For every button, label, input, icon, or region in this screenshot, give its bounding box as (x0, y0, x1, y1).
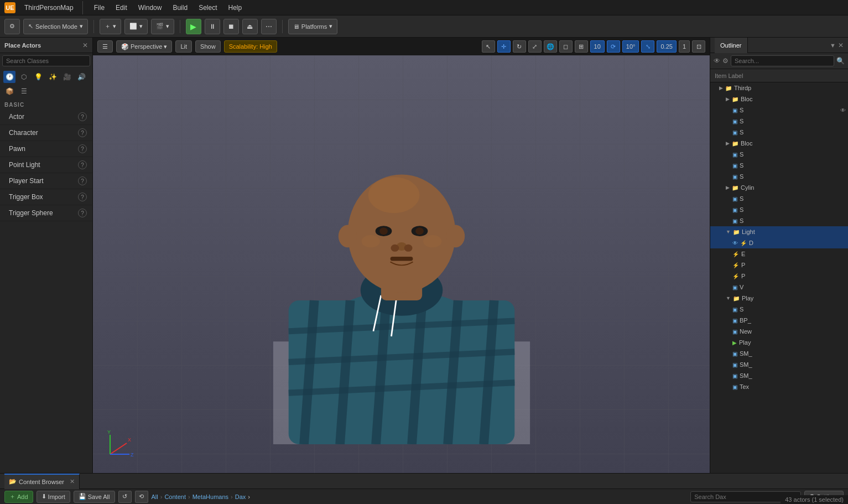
menu-select[interactable]: Select (196, 3, 219, 13)
visibility-icon[interactable]: 👁 (840, 107, 846, 113)
outliner-item-d[interactable]: 👁 ⚡ D (710, 237, 848, 248)
sync-btn[interactable]: ↺ (118, 491, 132, 503)
panel-close-btn[interactable]: ✕ (82, 41, 88, 49)
content-browser-close-btn[interactable]: ✕ (70, 478, 75, 485)
all-classes-icon[interactable]: ☰ (18, 85, 30, 97)
outliner-group-cylin[interactable]: ▶ 📁 Cylin (710, 182, 848, 193)
lit-btn[interactable]: Lit (175, 40, 192, 53)
actor-item-character[interactable]: Character ? (0, 125, 92, 141)
platforms-btn[interactable]: 🖥 Platforms ▾ (288, 19, 337, 34)
menu-file[interactable]: File (92, 3, 107, 13)
add-content-btn[interactable]: ＋ Add (4, 491, 33, 503)
actor-item-point-light[interactable]: Point Light ? (0, 157, 92, 173)
menu-help[interactable]: Help (226, 3, 244, 13)
play-button[interactable]: ▶ (186, 19, 201, 34)
outliner-item-s6[interactable]: ▣ S (710, 171, 848, 182)
sequence-btn[interactable]: 🎬 ▾ (151, 19, 174, 34)
lights-icon[interactable]: 💡 (32, 71, 44, 83)
viewport[interactable]: ☰ 🎲 Perspective ▾ Lit Show Scalability: … (93, 38, 710, 473)
outliner-item-p2[interactable]: ⚡ P (710, 271, 848, 282)
scale-snap-value[interactable]: 0.25 (657, 40, 676, 53)
outliner-search-input[interactable] (731, 55, 834, 66)
outliner-group-bloc1[interactable]: ▶ 📁 Bloc (710, 93, 848, 105)
save-all-btn[interactable]: 💾 Save All (74, 491, 115, 503)
outliner-group-light[interactable]: ▼ 📁 Light (710, 226, 848, 237)
perspective-btn[interactable]: 🎲 Perspective ▾ (116, 40, 172, 53)
grid-view-btn[interactable]: ⊞ (575, 40, 588, 53)
actor-item-pawn[interactable]: Pawn ? (0, 141, 92, 157)
pause-button[interactable]: ⏸ (205, 19, 220, 34)
outliner-item-new[interactable]: ▣ New (710, 326, 848, 337)
character-help-icon[interactable]: ? (78, 128, 87, 137)
rotation-snap-value[interactable]: 10° (622, 40, 639, 53)
search-classes-input[interactable] (2, 55, 90, 66)
scale-snap-btn[interactable]: ⤡ (641, 40, 654, 53)
recently-placed-icon[interactable]: 🕐 (3, 71, 15, 83)
show-btn[interactable]: Show (195, 40, 221, 53)
outliner-filter-btn[interactable]: ▼ (830, 42, 836, 49)
sounds-icon[interactable]: 🔊 (75, 71, 87, 83)
breadcrumb-metahumans[interactable]: MetaHumans (193, 493, 228, 500)
outliner-item-root[interactable]: ▶ 📁 Thirdp (710, 82, 848, 93)
menu-edit[interactable]: Edit (113, 3, 129, 13)
outliner-item-v[interactable]: ▣ V (710, 282, 848, 293)
point-light-help-icon[interactable]: ? (78, 160, 87, 169)
content-browser-tab[interactable]: 📂 Content Browser ✕ (4, 474, 80, 489)
cinematics-icon[interactable]: 🎥 (61, 71, 73, 83)
menu-window[interactable]: Window (136, 3, 164, 13)
breadcrumb-all[interactable]: All (152, 493, 158, 500)
breadcrumb-dax[interactable]: Dax (235, 493, 246, 500)
outliner-item-s9[interactable]: ▣ S (710, 215, 848, 226)
rotate-tool-btn[interactable]: ↻ (513, 40, 526, 53)
surface-snapping-btn[interactable]: ◻ (559, 40, 573, 53)
visual-effects-icon[interactable]: ✨ (46, 71, 59, 83)
select-mode-btn[interactable]: ⬜ ▾ (124, 19, 148, 34)
pawn-help-icon[interactable]: ? (78, 144, 87, 153)
outliner-item-p[interactable]: ⚡ P (710, 259, 848, 271)
eye-toggle-btn[interactable]: 👁 (714, 57, 720, 65)
outliner-group-bloc2[interactable]: ▶ 📁 Bloc (710, 138, 848, 149)
actor-item-player-start[interactable]: Player Start ? (0, 173, 92, 189)
outliner-item-e[interactable]: ⚡ E (710, 248, 848, 259)
rotation-snap-btn[interactable]: ⟳ (607, 40, 620, 53)
viewport-menu-btn[interactable]: ☰ (97, 40, 113, 53)
actor-help-icon[interactable]: ? (78, 112, 87, 121)
volumes-icon[interactable]: 📦 (3, 85, 15, 97)
breadcrumb-content[interactable]: Content (164, 493, 186, 500)
selection-mode-btn[interactable]: ↖ Selection Mode ▾ (23, 19, 88, 34)
trigger-box-help-icon[interactable]: ? (78, 193, 87, 201)
outliner-item-s2[interactable]: ▣ S (710, 116, 848, 127)
world-icon[interactable]: 🌐 (544, 40, 557, 53)
outliner-item-sm2[interactable]: ▣ SM_ (710, 359, 848, 370)
select-tool-btn[interactable]: ↖ (482, 40, 495, 53)
outliner-item-tex[interactable]: ▣ Tex (710, 381, 848, 392)
settings-icon[interactable]: ⚙ (722, 57, 729, 65)
trigger-sphere-help-icon[interactable]: ? (78, 209, 87, 217)
eject-button[interactable]: ⏏ (242, 19, 258, 34)
outliner-item-bp[interactable]: ▣ BP_ (710, 315, 848, 326)
maximize-viewport-btn[interactable]: ⊡ (692, 40, 705, 53)
outliner-group-play[interactable]: ▼ 📁 Play (710, 293, 848, 304)
scale-tool-btn[interactable]: ⤢ (528, 40, 542, 53)
actor-item-trigger-sphere[interactable]: Trigger Sphere ? (0, 205, 92, 221)
outliner-item-s1[interactable]: ▣ S 👁 (710, 105, 848, 116)
settings-btn[interactable]: ⚙ (4, 19, 20, 34)
outliner-item-s5[interactable]: ▣ S (710, 160, 848, 171)
outliner-item-s3[interactable]: ▣ S (710, 127, 848, 138)
outliner-close-btn[interactable]: ✕ (838, 41, 844, 49)
add-actor-btn[interactable]: ＋ ▾ (100, 19, 121, 34)
translate-tool-btn[interactable]: ✛ (497, 40, 511, 53)
geometry-icon[interactable]: ⬡ (18, 71, 30, 83)
stop-button[interactable]: ⏹ (223, 19, 239, 34)
outliner-item-player[interactable]: ▶ Play (710, 337, 848, 348)
outliner-item-sm1[interactable]: ▣ SM_ (710, 348, 848, 359)
outliner-item-s8[interactable]: ▣ S (710, 204, 848, 215)
history-btn[interactable]: ⟲ (135, 491, 148, 503)
outliner-item-sm3[interactable]: ▣ SM_ (710, 370, 848, 381)
outliner-item-s7[interactable]: ▣ S (710, 193, 848, 204)
menu-build[interactable]: Build (170, 3, 190, 13)
grid-size-btn[interactable]: 10 (590, 40, 605, 53)
outliner-item-s10[interactable]: ▣ S (710, 304, 848, 315)
actor-item-trigger-box[interactable]: Trigger Box ? (0, 189, 92, 205)
actor-item-actor[interactable]: Actor ? (0, 109, 92, 125)
